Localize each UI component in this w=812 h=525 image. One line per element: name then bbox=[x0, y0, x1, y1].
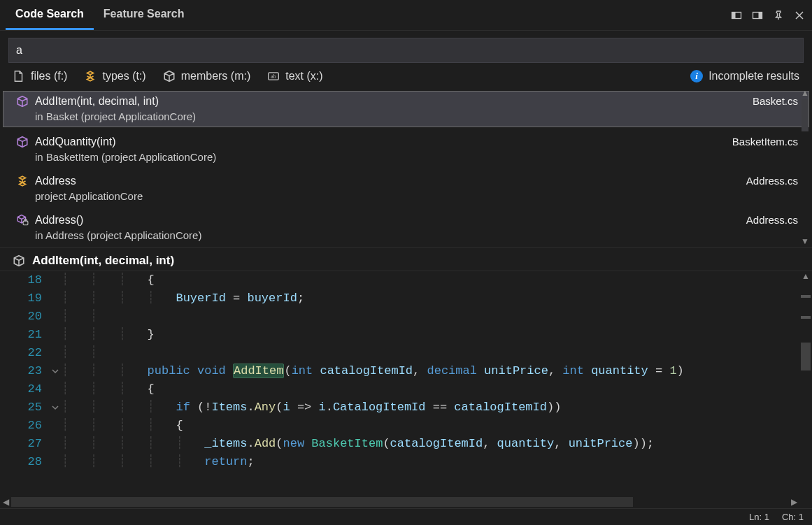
results-scrollbar[interactable]: ▲ ▼ bbox=[799, 88, 811, 247]
dock-right-icon[interactable] bbox=[750, 8, 764, 22]
pin-icon[interactable] bbox=[771, 8, 785, 22]
scroll-right-icon[interactable]: ▶ bbox=[788, 497, 799, 507]
search-window: Code Search Feature Search files (f:) bbox=[0, 0, 812, 525]
scroll-down-icon[interactable]: ▼ bbox=[801, 236, 809, 247]
status-column: Ch: 1 bbox=[782, 512, 804, 522]
result-file: BasketItem.cs bbox=[732, 134, 801, 148]
filter-types[interactable]: types (t:) bbox=[84, 70, 145, 82]
status-bar: Ln: 1 Ch: 1 bbox=[0, 508, 812, 525]
code-lines[interactable]: ┊ ┊ ┊ {┊ ┊ ┊ ┊ BuyerId = buyerId;┊ ┊ ┊ ┊… bbox=[62, 271, 812, 508]
result-primary: Address bbox=[35, 173, 143, 189]
tab-code-search[interactable]: Code Search bbox=[6, 0, 94, 30]
result-file: Address.cs bbox=[746, 213, 801, 226]
result-primary: AddItem(int, decimal, int) bbox=[35, 94, 196, 109]
result-secondary: in BasketItem (project ApplicationCore) bbox=[35, 150, 216, 165]
filter-row: files (f:) types (t:) members (m:) text … bbox=[0, 69, 812, 88]
svg-rect-4 bbox=[732, 12, 736, 18]
search-result[interactable]: AddItem(int, decimal, int)in Basket (pro… bbox=[3, 91, 809, 127]
code-hscroll-thumb[interactable] bbox=[11, 497, 633, 507]
preview-title: AddItem(int, decimal, int) bbox=[32, 254, 174, 268]
dock-left-icon[interactable] bbox=[729, 8, 743, 22]
info-icon: i bbox=[690, 70, 703, 82]
titlebar: Code Search Feature Search bbox=[0, 0, 812, 31]
incomplete-label: Incomplete results bbox=[708, 70, 799, 82]
result-primary: AddQuantity(int) bbox=[35, 134, 216, 150]
incomplete-results[interactable]: i Incomplete results bbox=[690, 70, 799, 82]
member-icon bbox=[15, 134, 29, 148]
preview-header: AddItem(int, decimal, int) bbox=[0, 247, 812, 271]
member-icon bbox=[15, 94, 29, 108]
status-line: Ln: 1 bbox=[749, 512, 769, 522]
code-vscroll-thumb[interactable] bbox=[801, 343, 811, 371]
member-icon bbox=[13, 254, 25, 267]
results-list: AddItem(int, decimal, int)in Basket (pro… bbox=[0, 88, 812, 247]
result-file: Address.cs bbox=[746, 173, 801, 187]
filter-members[interactable]: members (m:) bbox=[163, 70, 251, 82]
filter-types-label: types (t:) bbox=[102, 70, 145, 82]
tab-bar: Code Search Feature Search bbox=[6, 0, 194, 30]
search-result[interactable]: Addressproject ApplicationCoreAddress.cs bbox=[0, 169, 812, 208]
result-primary: Address() bbox=[35, 213, 201, 228]
filter-text[interactable]: text (x:) bbox=[267, 70, 322, 82]
line-number-gutter: 1819202122232425262728 bbox=[0, 271, 49, 508]
tab-feature-search[interactable]: Feature Search bbox=[94, 0, 194, 30]
scroll-up-icon[interactable]: ▲ bbox=[799, 271, 812, 281]
search-row bbox=[0, 31, 812, 69]
search-result[interactable]: AddQuantity(int)in BasketItem (project A… bbox=[0, 130, 812, 169]
code-preview[interactable]: 1819202122232425262728 ┊ ┊ ┊ {┊ ┊ ┊ ┊ Bu… bbox=[0, 271, 812, 508]
code-horizontal-scrollbar[interactable]: ◀ ▶ bbox=[0, 496, 799, 508]
close-icon[interactable] bbox=[792, 8, 806, 22]
svg-rect-6 bbox=[759, 12, 762, 18]
result-file: Basket.cs bbox=[753, 94, 801, 107]
method-lock-icon bbox=[15, 213, 29, 226]
search-input[interactable] bbox=[8, 38, 804, 63]
result-secondary: in Address (project ApplicationCore) bbox=[35, 228, 201, 243]
class-icon bbox=[15, 173, 29, 187]
filter-files-label: files (f:) bbox=[31, 70, 67, 82]
scroll-left-icon[interactable]: ◀ bbox=[0, 497, 11, 507]
fold-column[interactable] bbox=[49, 271, 62, 508]
results-scroll-thumb[interactable] bbox=[802, 99, 809, 131]
filter-members-label: members (m:) bbox=[181, 70, 251, 82]
window-actions bbox=[729, 8, 806, 22]
filter-text-label: text (x:) bbox=[285, 70, 322, 82]
result-secondary: project ApplicationCore bbox=[35, 189, 143, 204]
result-secondary: in Basket (project ApplicationCore) bbox=[35, 109, 196, 124]
search-result[interactable]: Address()in Address (project Application… bbox=[0, 208, 812, 247]
code-vertical-scrollbar[interactable]: ▲ bbox=[799, 271, 812, 496]
filter-files[interactable]: files (f:) bbox=[13, 70, 67, 82]
scroll-up-icon[interactable]: ▲ bbox=[801, 88, 809, 99]
